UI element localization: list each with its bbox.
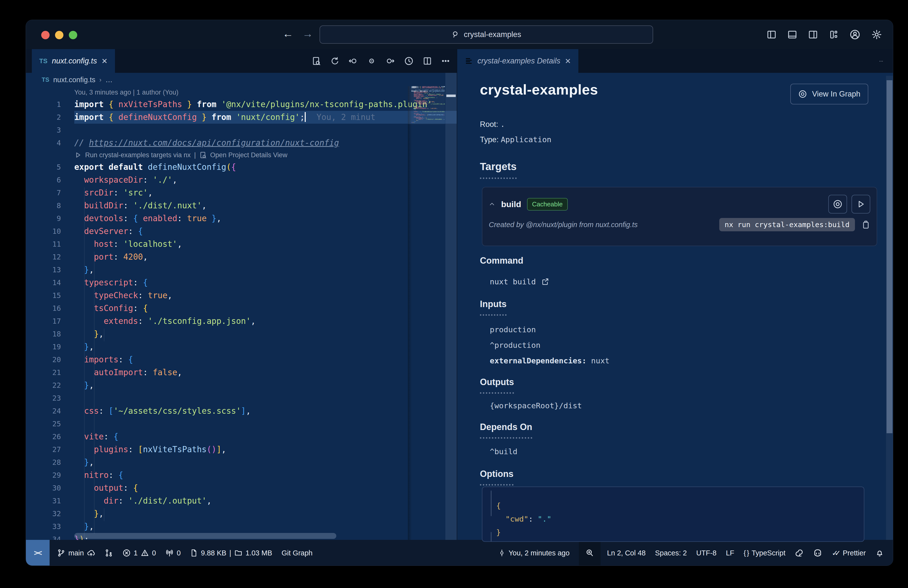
- code-line[interactable]: 27 plugins: [nxViteTsPaths()],: [26, 443, 457, 456]
- toggle-primary-sidebar-icon[interactable]: [766, 30, 776, 40]
- forward-arrow-icon[interactable]: →: [302, 27, 313, 40]
- input-item: production: [490, 325, 536, 334]
- blame-item[interactable]: You, 2 minutes ago: [498, 549, 570, 557]
- problems-item[interactable]: 1 0: [122, 549, 156, 557]
- gitlens-graph-item[interactable]: [105, 549, 113, 557]
- horizontal-scrollbar[interactable]: [74, 533, 336, 539]
- remote-indicator[interactable]: ><: [26, 540, 50, 566]
- code-lines[interactable]: You, 3 minutes ago | 1 author (You)1impo…: [26, 87, 457, 540]
- code-line[interactable]: 11 host: 'localhost',: [26, 238, 457, 251]
- close-traffic-light[interactable]: [41, 31, 50, 39]
- codelens-run[interactable]: Run crystal-examples targets via nx: [85, 149, 191, 161]
- run-command-chip[interactable]: nx run crystal-examples:build: [719, 218, 855, 231]
- vertical-scrollbar[interactable]: [445, 73, 457, 540]
- next-change-icon[interactable]: [385, 56, 395, 66]
- language-item[interactable]: { }TypeScript: [744, 549, 786, 557]
- tab-project-details[interactable]: crystal-examples Details ✕: [457, 49, 578, 73]
- external-link-icon[interactable]: [541, 277, 549, 286]
- code-line[interactable]: 6 workspaceDir: './',: [26, 174, 457, 186]
- code-line[interactable]: 10 devServer: {: [26, 225, 457, 238]
- code-line[interactable]: 22 },: [26, 379, 457, 392]
- minimap-slider[interactable]: [408, 86, 445, 124]
- code-line[interactable]: 3: [26, 124, 457, 137]
- code-line[interactable]: 17 extends: './tsconfig.app.json',: [26, 315, 457, 327]
- code-line[interactable]: 21 autoImport: false,: [26, 366, 457, 379]
- code-editor[interactable]: TS nuxt.config.ts › … You, 3 minutes ago…: [26, 73, 457, 540]
- previous-change-icon[interactable]: [348, 56, 358, 66]
- options-json-editor[interactable]: { "cwd": "." }: [482, 487, 865, 542]
- prettier-item[interactable]: ✓✓Prettier: [832, 549, 866, 557]
- split-editor-icon[interactable]: [423, 56, 432, 66]
- code-line[interactable]: 4// https://nuxt.com/docs/api/configurat…: [26, 137, 457, 149]
- code-line[interactable]: 16 tsConfig: {: [26, 302, 457, 315]
- view-in-graph-button[interactable]: View In Graph: [790, 84, 868, 105]
- git-branch-item[interactable]: main: [57, 549, 95, 557]
- run-target-button[interactable]: [852, 195, 870, 214]
- file-size-item[interactable]: 9.88 KB | 1.03 MB: [190, 549, 272, 557]
- command-center-search[interactable]: crystal-examples: [320, 26, 653, 44]
- minimap[interactable]: import { nxViteTsPaths } from '@nx/vite/…: [408, 86, 445, 540]
- more-actions-icon[interactable]: [441, 56, 450, 66]
- settings-gear-icon[interactable]: [871, 29, 882, 40]
- code-line[interactable]: 18 },: [26, 327, 457, 340]
- refresh-icon[interactable]: [330, 56, 339, 66]
- codelens-row[interactable]: Run crystal-examples targets via nx|Open…: [26, 149, 457, 161]
- cursor-position-item[interactable]: Ln 2, Col 48: [607, 549, 646, 557]
- code-line[interactable]: 26 vite: {: [26, 430, 457, 443]
- target-name[interactable]: build: [501, 200, 521, 209]
- breadcrumb-symbol[interactable]: …: [105, 76, 113, 84]
- code-line[interactable]: 31 dir: './dist/.output',: [26, 495, 457, 507]
- overview-ruler-cursor-mark: [446, 95, 456, 97]
- code-line[interactable]: 25: [26, 417, 457, 430]
- code-line[interactable]: 23: [26, 392, 457, 404]
- maximize-traffic-light[interactable]: [69, 31, 77, 39]
- account-icon[interactable]: [850, 29, 860, 40]
- code-line[interactable]: 12 port: 4200,: [26, 251, 457, 263]
- tab-close-icon[interactable]: ✕: [565, 57, 571, 65]
- code-line[interactable]: 32 },: [26, 507, 457, 520]
- open-preview-icon[interactable]: [312, 56, 321, 66]
- eol-item[interactable]: LF: [726, 549, 734, 557]
- codelens-open[interactable]: Open Project Details View: [210, 149, 287, 161]
- panel-more-actions-icon[interactable]: ⋯: [879, 49, 883, 73]
- code-line[interactable]: 2import { defineNuxtConfig } from 'nuxt/…: [26, 111, 457, 124]
- view-target-graph-button[interactable]: [828, 195, 847, 214]
- git-graph-item[interactable]: Git Graph: [282, 549, 312, 557]
- change-dot-icon[interactable]: [367, 56, 376, 66]
- code-line[interactable]: 1import { nxViteTsPaths } from '@nx/vite…: [26, 98, 457, 111]
- code-line[interactable]: 20 imports: {: [26, 353, 457, 366]
- breadcrumb[interactable]: TS nuxt.config.ts › …: [26, 73, 457, 87]
- tab-close-icon[interactable]: ✕: [101, 57, 108, 65]
- breadcrumb-file[interactable]: nuxt.config.ts: [53, 76, 95, 84]
- indentation-item[interactable]: Spaces: 2: [655, 549, 687, 557]
- toggle-panel-icon[interactable]: [787, 30, 797, 40]
- panel-scrollbar[interactable]: [886, 76, 893, 540]
- toggle-secondary-sidebar-icon[interactable]: [808, 30, 818, 40]
- back-arrow-icon[interactable]: ←: [283, 27, 293, 40]
- run-timer-icon[interactable]: [404, 56, 414, 66]
- copy-icon[interactable]: [861, 220, 870, 229]
- collapse-chevron-icon[interactable]: [489, 201, 495, 207]
- code-line[interactable]: 30 output: {: [26, 482, 457, 495]
- code-line[interactable]: 33 },: [26, 520, 457, 533]
- encoding-item[interactable]: UTF-8: [696, 549, 716, 557]
- code-line[interactable]: 19 },: [26, 340, 457, 353]
- code-line[interactable]: 9 devtools: { enabled: true },: [26, 212, 457, 225]
- customize-layout-icon[interactable]: [829, 30, 839, 40]
- ports-item[interactable]: 0: [165, 549, 180, 557]
- gitmoji-item[interactable]: [795, 548, 803, 557]
- copilot-item[interactable]: [813, 548, 823, 557]
- code-line[interactable]: 15 typeCheck: true,: [26, 289, 457, 302]
- code-line[interactable]: 29 nitro: {: [26, 469, 457, 482]
- notifications-item[interactable]: [875, 548, 884, 557]
- code-line[interactable]: 14 typescript: {: [26, 276, 457, 289]
- zenith-zoom-item[interactable]: [579, 540, 601, 566]
- code-line[interactable]: 7 srcDir: 'src',: [26, 186, 457, 199]
- code-line[interactable]: 28 },: [26, 456, 457, 469]
- code-line[interactable]: 13 },: [26, 263, 457, 276]
- code-line[interactable]: 5export default defineNuxtConfig({: [26, 161, 457, 174]
- tab-nuxt-config[interactable]: TS nuxt.config.ts ✕: [32, 49, 115, 73]
- minimize-traffic-light[interactable]: [55, 31, 63, 39]
- code-line[interactable]: 24 css: ['~/assets/css/styles.scss'],: [26, 404, 457, 417]
- code-line[interactable]: 8 buildDir: './dist/.nuxt',: [26, 199, 457, 212]
